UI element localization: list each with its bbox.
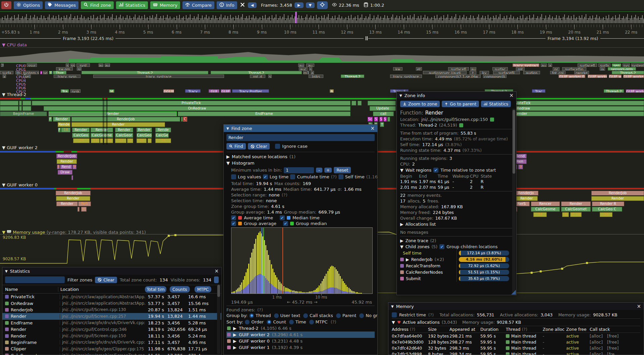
source-chip[interactable] xyxy=(490,118,494,122)
frame-time-bar[interactable] xyxy=(425,15,425,23)
timeline-zone[interactable]: m xyxy=(40,71,42,74)
frame-time-bar[interactable] xyxy=(133,17,134,23)
close-icon[interactable]: × xyxy=(214,268,219,274)
frame-time-bar[interactable] xyxy=(567,17,568,23)
frame-time-bar[interactable] xyxy=(179,15,180,23)
col-mtpc[interactable]: MTPC xyxy=(195,286,212,293)
frame-time-bar[interactable] xyxy=(634,17,635,23)
frame-time-bar[interactable] xyxy=(387,16,388,23)
timeline-zone[interactable]: Thread-2 xyxy=(211,71,302,74)
frame-time-bar[interactable] xyxy=(411,19,412,23)
frame-time-bar[interactable] xyxy=(74,16,75,23)
frame-time-bar[interactable] xyxy=(462,17,463,23)
frame-time-bar[interactable] xyxy=(402,15,402,23)
timeline-zone[interactable] xyxy=(0,106,18,111)
frame-time-bar[interactable] xyxy=(477,17,478,23)
thread-state-ribbon[interactable] xyxy=(56,188,77,189)
histogram-section-header[interactable]: ▼Histogram xyxy=(226,161,375,166)
frame-time-bar[interactable] xyxy=(281,19,282,23)
alloc-col[interactable]: Zone alloc xyxy=(543,327,566,332)
prev-frame-button[interactable]: ◀ xyxy=(248,2,257,8)
frame-time-bar[interactable] xyxy=(282,17,283,23)
frame-time-bar[interactable] xyxy=(500,14,500,23)
frame-time-bar[interactable] xyxy=(246,16,247,23)
close-icon[interactable]: × xyxy=(370,125,375,131)
radio-mtpc[interactable] xyxy=(309,320,314,324)
frame-time-bar[interactable] xyxy=(512,18,513,23)
frame-time-bar[interactable] xyxy=(427,16,428,23)
frame-time-bar[interactable] xyxy=(372,18,373,23)
table-row[interactable]: OnRedrawjni/../jni/src/claw/application/… xyxy=(2,300,221,306)
timeline-zone[interactable]: 24 xyxy=(155,138,171,143)
collapse-icon[interactable]: ▼ xyxy=(226,127,229,130)
frame-time-bar[interactable] xyxy=(490,17,491,23)
frame-time-bar[interactable] xyxy=(123,16,123,23)
series-checkbox[interactable]: ✔ xyxy=(283,221,288,226)
timeline-zone[interactable]: Tracy Profiler xyxy=(232,89,269,93)
frame-time-bar[interactable] xyxy=(513,16,514,23)
frame-time-bar[interactable] xyxy=(37,16,38,23)
frame-time-bar[interactable] xyxy=(317,19,318,23)
frame-time-bar[interactable] xyxy=(304,20,305,23)
cut-button[interactable] xyxy=(214,276,219,283)
frame-time-bar[interactable] xyxy=(603,17,604,23)
frame-time-bar[interactable] xyxy=(194,16,195,23)
frame-time-bar[interactable] xyxy=(383,18,384,23)
timeline-zone[interactable]: sensors-grm xyxy=(608,67,636,71)
frame-time-bar[interactable] xyxy=(441,16,441,23)
frame-time-bar[interactable] xyxy=(615,15,616,23)
frame-time-bar[interactable] xyxy=(152,15,153,23)
alloc-callstack-free[interactable]: [free] xyxy=(607,340,625,345)
frame-time-bar[interactable] xyxy=(442,20,443,23)
frame-time-bar[interactable] xyxy=(363,20,364,23)
frame-time-bar[interactable] xyxy=(290,17,291,23)
radio-call-stacks[interactable] xyxy=(303,313,308,318)
frame-time-bar[interactable] xyxy=(541,14,542,23)
frame-time-bar[interactable] xyxy=(307,14,307,23)
frame-time-bar[interactable] xyxy=(293,19,294,23)
frame-time-bar[interactable] xyxy=(341,16,342,23)
timeline-zone[interactable]: GUIF w xyxy=(609,75,622,78)
frame-time-bar[interactable] xyxy=(445,19,445,23)
timeline-zone[interactable]: S xyxy=(374,117,378,122)
frame-time-bar[interactable] xyxy=(422,20,423,23)
frame-time-bar[interactable] xyxy=(276,14,276,23)
frame-time-bar[interactable] xyxy=(244,20,244,23)
frame-time-bar[interactable] xyxy=(303,18,303,23)
frame-time-bar[interactable] xyxy=(166,17,166,23)
frame-time-bar[interactable] xyxy=(187,19,188,23)
timeline-zone[interactable]: Render xyxy=(115,128,133,132)
frame-time-bar[interactable] xyxy=(320,20,321,23)
timeline-zone[interactable]: surfacefl xyxy=(578,63,597,67)
timeline-zone[interactable]: CalcGe xyxy=(155,133,169,138)
child-time-bar[interactable]: 51.51 µs (1.15%) xyxy=(459,270,509,275)
timeline-zone[interactable] xyxy=(71,175,73,180)
frame-time-bar[interactable] xyxy=(172,19,173,23)
frame-time-bar[interactable] xyxy=(69,17,70,23)
timeline-zone[interactable]: nr xyxy=(553,67,559,71)
frame-time-bar[interactable] xyxy=(437,15,437,23)
frame-time-bar[interactable] xyxy=(366,16,366,23)
frame-time-bar[interactable] xyxy=(382,20,382,23)
frame-time-bar[interactable] xyxy=(213,15,213,23)
timeline-zone[interactable]: ssur xyxy=(27,63,37,67)
frame-time-bar[interactable] xyxy=(551,19,551,23)
frame-time-bar[interactable] xyxy=(150,16,150,23)
frame-time-bar[interactable] xyxy=(112,14,113,23)
frame-time-bar[interactable] xyxy=(239,19,240,23)
frame-time-bar[interactable] xyxy=(44,16,44,23)
table-row[interactable]: Renderjni/../jni/src/guif/Control.cpp:34… xyxy=(2,326,221,332)
frame-time-bar[interactable] xyxy=(434,16,435,23)
frame-time-bar[interactable] xyxy=(76,19,76,23)
statistics-window-titlebar[interactable]: ▼Statistics× xyxy=(2,267,221,275)
frame-time-bar[interactable] xyxy=(547,19,547,23)
frame-time-bar[interactable] xyxy=(124,20,125,23)
frame-time-bar[interactable] xyxy=(641,18,641,23)
frame-time-bar[interactable] xyxy=(506,15,507,23)
frame-time-bar[interactable] xyxy=(460,15,460,23)
thread-state-ribbon[interactable] xyxy=(77,188,91,189)
frame-time-bar[interactable] xyxy=(473,16,474,23)
frame-time-bar[interactable] xyxy=(45,18,46,23)
frame-time-bar[interactable] xyxy=(345,17,346,23)
frame-time-bar[interactable] xyxy=(61,17,62,23)
